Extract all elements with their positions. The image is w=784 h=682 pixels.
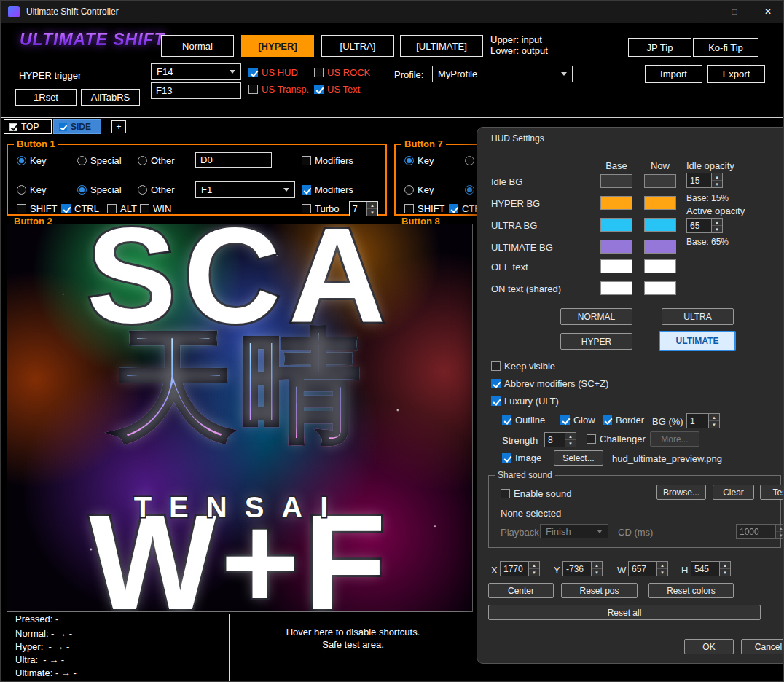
one-reset-button[interactable]: 1Rset (15, 89, 77, 106)
button1-shift-checkbox[interactable]: SHIFT (17, 203, 58, 214)
mode-button-normal[interactable]: Normal (161, 35, 234, 57)
select-image-button[interactable]: Select... (554, 450, 603, 466)
hud-ultimate-button[interactable]: ULTIMATE (659, 331, 736, 351)
h-spinner[interactable]: 545 (691, 561, 731, 576)
button1-key-input[interactable]: D0 (195, 152, 272, 168)
button1-turbo-count-spinner[interactable]: 7 (349, 201, 378, 216)
y-spinner[interactable]: -736 (562, 561, 603, 576)
button1-ctrl-checkbox[interactable]: CTRL (61, 203, 99, 214)
hud-normal-button[interactable]: NORMAL (560, 308, 632, 325)
close-icon[interactable]: ✕ (751, 1, 784, 23)
tab-top-checkbox[interactable] (9, 123, 17, 131)
off-text-now-swatch[interactable] (644, 259, 676, 273)
active-opacity-spinner[interactable]: 65 (686, 218, 723, 233)
spinner-arrows[interactable] (711, 219, 722, 232)
import-button[interactable]: Import (645, 65, 702, 83)
all-tab-reset-button[interactable]: AllTabRS (81, 89, 140, 106)
hud-ultra-button[interactable]: ULTRA (662, 308, 734, 325)
us-hud-checkbox[interactable]: US HUD (248, 67, 298, 78)
more-button[interactable]: More... (650, 431, 699, 447)
tab-top[interactable]: TOP (4, 119, 52, 134)
enable-sound-checkbox[interactable]: Enable sound (501, 488, 572, 499)
hud-hyper-button[interactable]: HYPER (560, 333, 632, 350)
button1-row1-other-radio[interactable]: Other (138, 155, 175, 166)
button1-row2-special-radio[interactable]: Special (77, 184, 122, 195)
hyper-bg-base-swatch[interactable] (600, 196, 632, 210)
test-button[interactable]: Test (760, 485, 784, 500)
image-checkbox[interactable]: Image (502, 452, 541, 463)
button1-row2-key-radio[interactable]: Key (17, 184, 46, 195)
spinner-arrows[interactable] (528, 562, 539, 576)
on-text-now-swatch[interactable] (644, 281, 676, 295)
button1-row1-special-radio[interactable]: Special (77, 155, 122, 166)
safe-test-area[interactable]: Hover here to disable shortcuts. Safe te… (230, 626, 477, 651)
w-spinner[interactable]: 657 (628, 561, 668, 576)
spinner-arrows[interactable] (719, 562, 730, 576)
ultimate-bg-base-swatch[interactable] (600, 240, 632, 254)
button7-shift-checkbox[interactable]: SHIFT (404, 203, 445, 214)
jp-tip-button[interactable]: JP Tip (628, 38, 691, 57)
spinner-arrows[interactable] (711, 173, 722, 187)
on-text-base-swatch[interactable] (600, 281, 632, 295)
tab-side-checkbox[interactable] (59, 123, 67, 131)
ok-button[interactable]: OK (684, 639, 734, 654)
button1-row1-key-radio[interactable]: Key (17, 155, 46, 166)
luxury-checkbox[interactable]: Luxury (ULT) (491, 396, 559, 407)
maximize-icon[interactable]: □ (718, 1, 751, 23)
idle-bg-now-swatch[interactable] (644, 174, 676, 188)
off-text-base-swatch[interactable] (600, 259, 632, 273)
us-transp-checkbox[interactable]: US Transp. (248, 84, 309, 95)
button1-alt-checkbox[interactable]: ALT (107, 203, 137, 214)
button1-turbo-checkbox[interactable]: Turbo (302, 203, 339, 214)
spinner-arrows[interactable] (775, 525, 784, 538)
idle-opacity-spinner[interactable]: 15 (686, 173, 723, 188)
mode-button-ultra[interactable]: [ULTRA] (321, 35, 394, 57)
kofi-tip-button[interactable]: Ko-fi Tip (693, 38, 758, 57)
reset-all-button[interactable]: Reset all (488, 605, 761, 620)
spinner-arrows[interactable] (366, 202, 377, 216)
mode-button-ultimate[interactable]: [ULTIMATE] (400, 35, 483, 57)
button1-row2-modifiers-checkbox[interactable]: Modifiers (302, 184, 353, 195)
us-rock-checkbox[interactable]: US ROCK (314, 67, 370, 78)
center-button[interactable]: Center (488, 583, 554, 598)
export-button[interactable]: Export (707, 65, 765, 83)
glow-checkbox[interactable]: Glow (560, 415, 595, 426)
x-spinner[interactable]: 1770 (500, 561, 540, 576)
ultra-bg-now-swatch[interactable] (644, 218, 676, 232)
tab-side[interactable]: SIDE (53, 119, 101, 134)
button1-row1-modifiers-checkbox[interactable]: Modifiers (302, 155, 353, 166)
hyper-bg-now-swatch[interactable] (644, 196, 676, 210)
add-tab-button[interactable]: + (111, 120, 126, 133)
spinner-arrows[interactable] (565, 433, 576, 447)
strength-spinner[interactable]: 8 (544, 432, 576, 447)
button1-special-select[interactable]: F1 (195, 181, 295, 198)
border-checkbox[interactable]: Border (603, 415, 644, 426)
mode-button-hyper[interactable]: [HYPER] (241, 35, 314, 57)
outline-checkbox[interactable]: Outline (502, 415, 545, 426)
ultimate-bg-now-swatch[interactable] (644, 240, 676, 254)
cancel-button[interactable]: Cancel (741, 639, 784, 654)
idle-bg-base-swatch[interactable] (600, 174, 632, 188)
button1-win-checkbox[interactable]: WIN (140, 203, 171, 214)
reset-colors-button[interactable]: Reset colors (648, 583, 734, 598)
us-text-checkbox[interactable]: US Text (314, 84, 360, 95)
browse-button[interactable]: Browse... (656, 485, 706, 500)
button7-row2-key-radio[interactable]: Key (404, 184, 434, 195)
keep-visible-checkbox[interactable]: Keep visible (491, 361, 555, 372)
trigger-output-input[interactable]: F13 (151, 82, 241, 99)
profile-select[interactable]: MyProfile (432, 66, 573, 82)
reset-pos-button[interactable]: Reset pos (561, 583, 638, 598)
bg-pct-spinner[interactable]: 1 (686, 413, 720, 428)
button7-row1-key-radio[interactable]: Key (404, 155, 434, 166)
trigger-key-select[interactable]: F14 (151, 63, 241, 80)
clear-button[interactable]: Clear (713, 485, 754, 500)
challenger-checkbox[interactable]: Challenger (587, 434, 646, 444)
minimize-icon[interactable]: — (684, 1, 718, 23)
button1-row2-other-radio[interactable]: Other (138, 184, 175, 195)
ultra-bg-base-swatch[interactable] (600, 218, 632, 232)
spinner-arrows[interactable] (708, 414, 719, 428)
abbrev-modifiers-checkbox[interactable]: Abbrev modifiers (SC+Z) (491, 378, 608, 389)
cd-spinner[interactable]: 1000 (736, 524, 784, 539)
playback-select[interactable]: Finish (540, 524, 608, 538)
spinner-arrows[interactable] (656, 562, 667, 576)
